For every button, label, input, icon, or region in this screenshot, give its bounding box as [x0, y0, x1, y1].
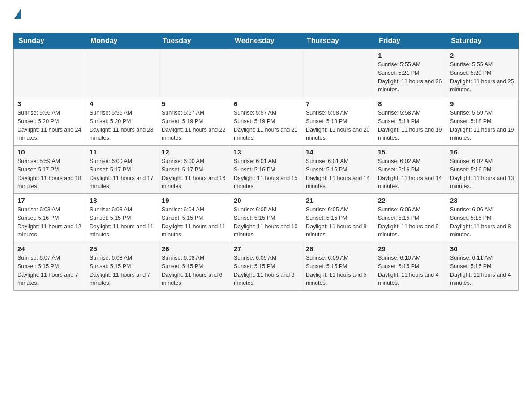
- day-number: 19: [162, 197, 226, 204]
- day-number: 7: [306, 100, 370, 107]
- day-info: Sunrise: 6:03 AM Sunset: 5:15 PM Dayligh…: [90, 206, 154, 239]
- calendar-row-2: 10Sunrise: 5:59 AM Sunset: 5:17 PM Dayli…: [14, 146, 519, 194]
- day-info: Sunrise: 6:06 AM Sunset: 5:15 PM Dayligh…: [450, 206, 515, 239]
- day-info: Sunrise: 5:56 AM Sunset: 5:20 PM Dayligh…: [90, 109, 154, 142]
- day-number: 10: [17, 148, 82, 156]
- day-info: Sunrise: 6:08 AM Sunset: 5:15 PM Dayligh…: [162, 254, 226, 287]
- day-number: 1: [378, 51, 442, 59]
- calendar-cell: 27Sunrise: 6:09 AM Sunset: 5:15 PM Dayli…: [230, 242, 302, 291]
- calendar-cell: 1Sunrise: 5:55 AM Sunset: 5:21 PM Daylig…: [374, 49, 446, 97]
- day-info: Sunrise: 6:08 AM Sunset: 5:15 PM Dayligh…: [90, 254, 154, 287]
- day-number: 21: [306, 197, 370, 204]
- day-number: 29: [378, 245, 442, 253]
- calendar-cell: [158, 49, 230, 97]
- day-info: Sunrise: 6:03 AM Sunset: 5:16 PM Dayligh…: [17, 206, 82, 239]
- calendar-cell: 10Sunrise: 5:59 AM Sunset: 5:17 PM Dayli…: [14, 146, 86, 194]
- day-number: 14: [306, 148, 370, 156]
- day-number: 12: [162, 148, 226, 156]
- calendar-cell: [302, 49, 374, 97]
- day-info: Sunrise: 6:06 AM Sunset: 5:15 PM Dayligh…: [378, 206, 442, 239]
- day-number: 4: [90, 100, 154, 107]
- day-number: 30: [450, 245, 515, 253]
- day-info: Sunrise: 5:56 AM Sunset: 5:20 PM Dayligh…: [17, 109, 82, 142]
- day-number: 20: [234, 197, 298, 204]
- calendar-cell: 29Sunrise: 6:10 AM Sunset: 5:15 PM Dayli…: [374, 242, 446, 291]
- calendar-row-4: 24Sunrise: 6:07 AM Sunset: 5:15 PM Dayli…: [14, 242, 519, 291]
- calendar-cell: [86, 49, 158, 97]
- calendar-cell: 13Sunrise: 6:01 AM Sunset: 5:16 PM Dayli…: [230, 146, 302, 194]
- day-number: 18: [90, 197, 154, 204]
- day-number: 8: [378, 100, 442, 107]
- day-number: 27: [234, 245, 298, 253]
- calendar-cell: 20Sunrise: 6:05 AM Sunset: 5:15 PM Dayli…: [230, 194, 302, 242]
- header-monday: Monday: [86, 33, 158, 49]
- day-number: 13: [234, 148, 298, 156]
- page-header: [13, 9, 519, 28]
- calendar-cell: 15Sunrise: 6:02 AM Sunset: 5:16 PM Dayli…: [374, 146, 446, 194]
- day-number: 26: [162, 245, 226, 253]
- day-number: 5: [162, 100, 226, 107]
- calendar-cell: 5Sunrise: 5:57 AM Sunset: 5:19 PM Daylig…: [158, 97, 230, 146]
- day-info: Sunrise: 5:58 AM Sunset: 5:18 PM Dayligh…: [378, 109, 442, 142]
- day-number: 22: [378, 197, 442, 204]
- day-number: 11: [90, 148, 154, 156]
- calendar-cell: 3Sunrise: 5:56 AM Sunset: 5:20 PM Daylig…: [14, 97, 86, 146]
- calendar-cell: 7Sunrise: 5:58 AM Sunset: 5:18 PM Daylig…: [302, 97, 374, 146]
- day-number: 15: [378, 148, 442, 156]
- header-wednesday: Wednesday: [230, 33, 302, 49]
- calendar-cell: 28Sunrise: 6:09 AM Sunset: 5:15 PM Dayli…: [302, 242, 374, 291]
- calendar-cell: 22Sunrise: 6:06 AM Sunset: 5:15 PM Dayli…: [374, 194, 446, 242]
- calendar-cell: 4Sunrise: 5:56 AM Sunset: 5:20 PM Daylig…: [86, 97, 158, 146]
- day-number: 16: [450, 148, 515, 156]
- calendar-cell: 18Sunrise: 6:03 AM Sunset: 5:15 PM Dayli…: [86, 194, 158, 242]
- calendar-cell: 26Sunrise: 6:08 AM Sunset: 5:15 PM Dayli…: [158, 242, 230, 291]
- weekday-header-row: Sunday Monday Tuesday Wednesday Thursday…: [14, 33, 519, 49]
- day-info: Sunrise: 6:07 AM Sunset: 5:15 PM Dayligh…: [17, 254, 82, 287]
- day-info: Sunrise: 5:59 AM Sunset: 5:18 PM Dayligh…: [450, 109, 515, 142]
- calendar-cell: 25Sunrise: 6:08 AM Sunset: 5:15 PM Dayli…: [86, 242, 158, 291]
- day-info: Sunrise: 6:02 AM Sunset: 5:16 PM Dayligh…: [450, 157, 515, 191]
- logo-triangle-icon: [14, 9, 21, 19]
- day-number: 28: [306, 245, 370, 253]
- calendar-cell: 30Sunrise: 6:11 AM Sunset: 5:15 PM Dayli…: [446, 242, 519, 291]
- day-info: Sunrise: 6:04 AM Sunset: 5:15 PM Dayligh…: [162, 206, 226, 239]
- day-info: Sunrise: 6:01 AM Sunset: 5:16 PM Dayligh…: [306, 157, 370, 191]
- calendar-cell: [230, 49, 302, 97]
- day-info: Sunrise: 6:00 AM Sunset: 5:17 PM Dayligh…: [90, 157, 154, 191]
- calendar-cell: 6Sunrise: 5:57 AM Sunset: 5:19 PM Daylig…: [230, 97, 302, 146]
- day-info: Sunrise: 5:58 AM Sunset: 5:18 PM Dayligh…: [306, 109, 370, 142]
- day-info: Sunrise: 6:09 AM Sunset: 5:15 PM Dayligh…: [234, 254, 298, 287]
- calendar-cell: 2Sunrise: 5:55 AM Sunset: 5:20 PM Daylig…: [446, 49, 519, 97]
- day-number: 3: [17, 100, 82, 107]
- header-sunday: Sunday: [14, 33, 86, 49]
- day-info: Sunrise: 5:55 AM Sunset: 5:21 PM Dayligh…: [378, 60, 442, 94]
- day-info: Sunrise: 6:02 AM Sunset: 5:16 PM Dayligh…: [378, 157, 442, 191]
- day-info: Sunrise: 6:00 AM Sunset: 5:17 PM Dayligh…: [162, 157, 226, 191]
- day-info: Sunrise: 6:05 AM Sunset: 5:15 PM Dayligh…: [306, 206, 370, 239]
- calendar-cell: 24Sunrise: 6:07 AM Sunset: 5:15 PM Dayli…: [14, 242, 86, 291]
- header-friday: Friday: [374, 33, 446, 49]
- day-number: 25: [90, 245, 154, 253]
- calendar-cell: 11Sunrise: 6:00 AM Sunset: 5:17 PM Dayli…: [86, 146, 158, 194]
- day-number: 23: [450, 197, 515, 204]
- calendar-cell: 21Sunrise: 6:05 AM Sunset: 5:15 PM Dayli…: [302, 194, 374, 242]
- calendar-row-0: 1Sunrise: 5:55 AM Sunset: 5:21 PM Daylig…: [14, 49, 519, 97]
- day-number: 2: [450, 51, 515, 59]
- day-number: 24: [17, 245, 82, 253]
- day-info: Sunrise: 6:10 AM Sunset: 5:15 PM Dayligh…: [378, 254, 442, 287]
- calendar-row-3: 17Sunrise: 6:03 AM Sunset: 5:16 PM Dayli…: [14, 194, 519, 242]
- day-number: 6: [234, 100, 298, 107]
- day-info: Sunrise: 6:05 AM Sunset: 5:15 PM Dayligh…: [234, 206, 298, 239]
- calendar-cell: 16Sunrise: 6:02 AM Sunset: 5:16 PM Dayli…: [446, 146, 519, 194]
- day-info: Sunrise: 5:55 AM Sunset: 5:20 PM Dayligh…: [450, 60, 515, 94]
- day-info: Sunrise: 5:57 AM Sunset: 5:19 PM Dayligh…: [234, 109, 298, 142]
- day-info: Sunrise: 5:57 AM Sunset: 5:19 PM Dayligh…: [162, 109, 226, 142]
- calendar-cell: 17Sunrise: 6:03 AM Sunset: 5:16 PM Dayli…: [14, 194, 86, 242]
- calendar-cell: 12Sunrise: 6:00 AM Sunset: 5:17 PM Dayli…: [158, 146, 230, 194]
- header-saturday: Saturday: [446, 33, 519, 49]
- day-number: 17: [17, 197, 82, 204]
- day-number: 9: [450, 100, 515, 107]
- day-info: Sunrise: 6:09 AM Sunset: 5:15 PM Dayligh…: [306, 254, 370, 287]
- header-thursday: Thursday: [302, 33, 374, 49]
- calendar-cell: 8Sunrise: 5:58 AM Sunset: 5:18 PM Daylig…: [374, 97, 446, 146]
